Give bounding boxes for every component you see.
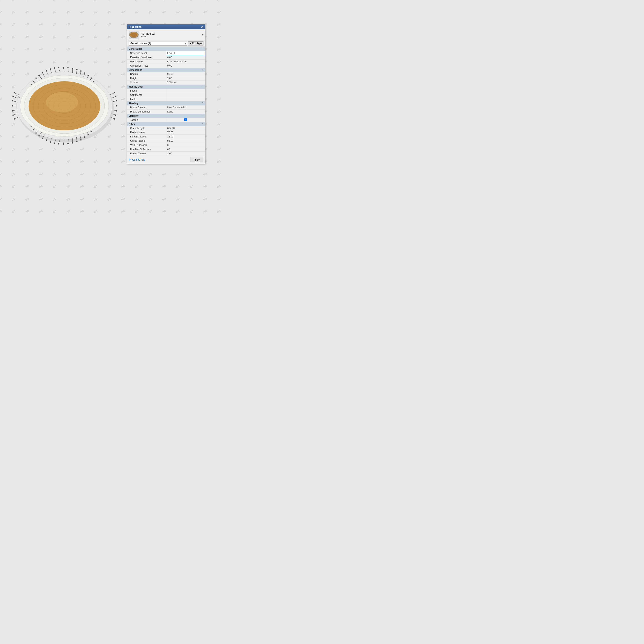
table-row: Offset from Host: [127, 64, 205, 68]
svg-line-15: [50, 69, 52, 73]
edit-type-button[interactable]: ⊞ Edit Type: [188, 41, 203, 45]
property-label: Comments: [127, 93, 166, 97]
property-input[interactable]: [167, 64, 204, 67]
properties-panel: Properties ✕ RD_Rug 02 Rattan ▾ Generic …: [127, 24, 205, 164]
property-value[interactable]: [166, 143, 205, 147]
table-row: Number Of Tassels: [127, 147, 205, 152]
section-collapse-icon[interactable]: ⌃: [202, 69, 203, 71]
property-label: Height: [127, 76, 166, 81]
edit-type-label: Edit Type: [192, 42, 202, 45]
svg-point-97: [36, 133, 37, 134]
section-collapse-icon[interactable]: ⌃: [202, 115, 203, 117]
rug-illustration: [12, 66, 117, 147]
svg-point-62: [76, 69, 77, 70]
property-input[interactable]: [167, 72, 204, 76]
svg-point-60: [68, 67, 69, 68]
property-value[interactable]: [166, 110, 205, 114]
section-collapse-icon[interactable]: ⌃: [202, 102, 203, 104]
property-label: Volume: [127, 81, 166, 85]
property-input[interactable]: [167, 60, 204, 63]
section-collapse-icon[interactable]: ⌃: [202, 123, 203, 125]
svg-point-65: [88, 75, 89, 76]
svg-point-85: [84, 137, 85, 138]
property-input[interactable]: [167, 139, 204, 142]
properties-table: Constraints ⌃ Schedule LevelElevation fr…: [127, 47, 205, 156]
property-input[interactable]: [167, 110, 204, 113]
svg-point-133: [130, 33, 137, 37]
svg-point-106: [13, 115, 14, 116]
svg-point-77: [33, 81, 34, 82]
property-input[interactable]: [167, 56, 204, 59]
svg-point-95: [42, 138, 43, 139]
property-input[interactable]: [167, 52, 204, 55]
property-input[interactable]: [167, 148, 204, 151]
table-row: Tassels: [127, 118, 205, 122]
property-input[interactable]: [167, 152, 204, 155]
property-label: Mark: [127, 97, 166, 101]
svg-point-72: [50, 69, 51, 70]
panel-header: RD_Rug 02 Rattan ▾: [127, 29, 205, 40]
property-value[interactable]: [166, 93, 205, 97]
property-input[interactable]: [167, 131, 204, 134]
table-row: Void Of Tassels: [127, 143, 205, 147]
properties-help-link[interactable]: Properties help: [129, 158, 145, 161]
close-button[interactable]: ✕: [201, 26, 203, 28]
section-header-constraints: Constraints ⌃: [127, 47, 205, 51]
svg-point-61: [72, 68, 73, 69]
property-value[interactable]: [166, 139, 205, 143]
property-input[interactable]: [167, 106, 204, 109]
property-value[interactable]: [166, 130, 205, 135]
svg-point-70: [58, 67, 59, 68]
property-input[interactable]: [167, 77, 204, 80]
property-input[interactable]: [167, 93, 204, 97]
property-value[interactable]: [166, 76, 205, 81]
property-label: Schedule Level: [127, 51, 166, 55]
section-collapse-icon[interactable]: ⌃: [202, 85, 203, 88]
property-value[interactable]: [166, 51, 205, 55]
table-row: Radius Intern: [127, 130, 205, 135]
svg-point-96: [39, 135, 40, 136]
svg-line-45: [13, 101, 17, 102]
property-input[interactable]: [167, 127, 204, 130]
tassels-checkbox[interactable]: [167, 118, 204, 121]
property-value[interactable]: [166, 126, 205, 130]
svg-line-49: [13, 110, 17, 111]
table-row: Radius Tassels: [127, 152, 205, 156]
property-value[interactable]: [166, 72, 205, 76]
svg-point-94: [46, 140, 47, 141]
properties-scroll-area[interactable]: Constraints ⌃ Schedule LevelElevation fr…: [127, 47, 205, 156]
property-value[interactable]: [166, 60, 205, 64]
property-input[interactable]: [167, 143, 204, 147]
svg-point-71: [54, 68, 55, 69]
property-value[interactable]: [166, 97, 205, 101]
svg-point-112: [116, 110, 117, 111]
svg-point-103: [13, 96, 14, 97]
property-value[interactable]: [166, 89, 205, 93]
property-value[interactable]: [166, 135, 205, 139]
apply-button[interactable]: Apply: [190, 158, 203, 162]
svg-point-73: [46, 70, 47, 71]
svg-point-105: [12, 110, 13, 111]
property-value[interactable]: [166, 64, 205, 68]
property-input[interactable]: [167, 89, 204, 92]
table-row: Length Tassels: [127, 135, 205, 139]
svg-point-109: [116, 100, 117, 101]
property-value[interactable]: [166, 152, 205, 156]
property-input[interactable]: [167, 98, 204, 101]
section-collapse-icon[interactable]: ⌃: [202, 47, 203, 50]
svg-point-86: [88, 134, 89, 135]
svg-point-111: [114, 92, 115, 93]
property-value[interactable]: [166, 55, 205, 60]
svg-point-63: [81, 71, 82, 72]
property-input[interactable]: [167, 135, 204, 138]
svg-point-81: [68, 143, 69, 144]
svg-line-13: [59, 68, 60, 72]
svg-point-91: [58, 143, 59, 144]
section-header-phasing: Phasing ⌃: [127, 101, 205, 106]
property-value[interactable]: [166, 105, 205, 110]
table-row: Height: [127, 76, 205, 81]
property-value[interactable]: [166, 147, 205, 152]
property-value[interactable]: [166, 118, 205, 122]
svg-point-110: [115, 96, 116, 97]
type-dropdown[interactable]: Generic Models (1): [129, 41, 187, 46]
